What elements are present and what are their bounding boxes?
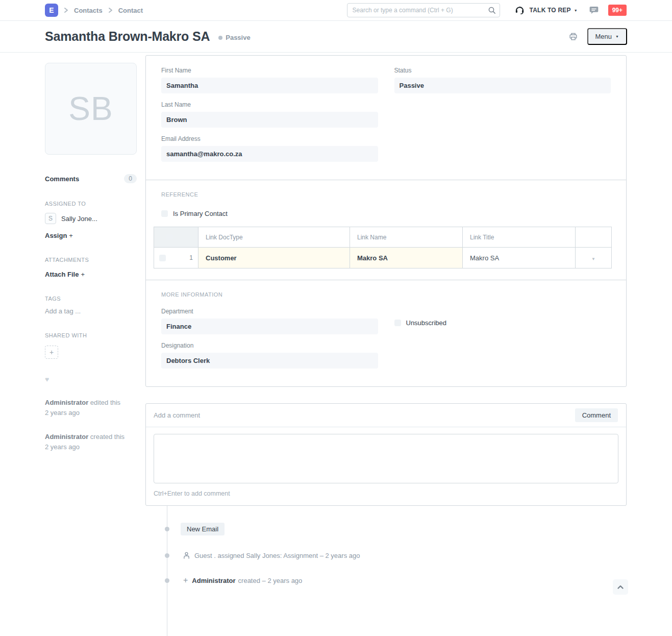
email-input[interactable]: samantha@makro.co.za	[161, 146, 378, 162]
status-dot-icon	[218, 36, 222, 40]
plus-icon: +	[183, 576, 188, 585]
assigned-user-avatar: S	[45, 213, 56, 224]
reference-section: REFERENCE Is Primary Contact Link DocTyp…	[146, 180, 626, 280]
history-user: Administrator	[45, 399, 88, 406]
unsubscribed-row[interactable]: Unsubscribed	[394, 319, 611, 327]
global-search	[347, 3, 500, 17]
links-grid: Link DocType Link Name Link Title 1 Cust	[154, 227, 612, 268]
history-action: created this	[90, 433, 125, 441]
department-label: Department	[161, 308, 378, 315]
history-action: edited this	[90, 399, 120, 406]
row-index: 1	[189, 254, 193, 261]
reference-section-label: REFERENCE	[161, 191, 611, 198]
contact-avatar[interactable]: SB	[45, 63, 137, 155]
more-information-section: MORE INFORMATION Department Finance Desi…	[146, 280, 626, 386]
caret-down-icon: ▼	[615, 35, 619, 38]
add-tag-input[interactable]: Add a tag ...	[45, 307, 137, 315]
is-primary-contact-checkbox[interactable]	[161, 210, 168, 217]
row-checkbox[interactable]	[159, 255, 166, 261]
designation-field: Designation Debtors Clerk	[161, 342, 378, 369]
assigned-event-text: Guest . assigned Sally Jones: Assignment…	[194, 552, 360, 559]
created-history-entry: Administrator created this 2 years ago	[45, 433, 137, 452]
cell-link-doctype[interactable]: Customer	[198, 248, 350, 268]
tags-section-label: TAGS	[45, 296, 137, 302]
designation-label: Designation	[161, 342, 378, 349]
notifications-badge[interactable]: 99+	[608, 5, 627, 16]
last-name-input[interactable]: Brown	[161, 112, 378, 128]
first-name-input[interactable]: Samantha	[161, 78, 378, 93]
assigned-to-section-label: ASSIGNED TO	[45, 201, 137, 207]
chevron-right-icon	[108, 7, 113, 14]
like-heart-icon[interactable]: ♥	[45, 375, 137, 383]
timeline: New Email Guest . assigned Sally Jones: …	[145, 506, 627, 636]
last-name-label: Last Name	[161, 101, 378, 108]
select-all-checkbox[interactable]	[166, 234, 173, 240]
details-section: First Name Samantha Last Name Brown Emai…	[146, 56, 626, 180]
form-card: First Name Samantha Last Name Brown Emai…	[145, 55, 627, 387]
page-actions: Menu ▼	[568, 28, 627, 45]
page-head: Samantha Brown-Makro SA Passive Menu ▼	[0, 21, 672, 53]
row-dropdown-caret-icon[interactable]: ▼	[591, 257, 595, 261]
unsubscribed-checkbox[interactable]	[394, 320, 401, 326]
first-name-field: First Name Samantha	[161, 67, 378, 93]
timeline-dot-icon	[165, 527, 169, 531]
scroll-to-top-button[interactable]	[613, 579, 628, 595]
cell-link-name[interactable]: Makro SA	[350, 248, 463, 268]
assign-button[interactable]: Assign+	[45, 232, 137, 239]
status-label: Status	[394, 67, 611, 74]
edited-history-entry: Administrator edited this 2 years ago	[45, 399, 137, 418]
search-icon[interactable]	[488, 6, 496, 16]
plus-icon: +	[81, 271, 85, 278]
grid-header-row: Link DocType Link Name Link Title	[154, 227, 612, 248]
department-field: Department Finance	[161, 308, 378, 334]
header-link-doctype: Link DocType	[198, 227, 350, 248]
avatar-initials: SB	[68, 90, 113, 128]
comment-button[interactable]: Comment	[575, 408, 618, 422]
form-main: First Name Samantha Last Name Brown Emai…	[145, 53, 627, 636]
created-event-user: Administrator	[192, 577, 235, 584]
attach-file-button[interactable]: Attach File+	[45, 271, 137, 278]
menu-button[interactable]: Menu ▼	[587, 28, 627, 45]
page-layout: SB Comments 0 ASSIGNED TO S Sally Jone..…	[0, 53, 672, 636]
share-add-button[interactable]: +	[45, 346, 58, 359]
menu-button-label: Menu	[595, 33, 612, 40]
designation-input[interactable]: Debtors Clerk	[161, 353, 378, 369]
comment-input[interactable]	[154, 434, 618, 483]
search-input[interactable]	[347, 3, 500, 17]
status-field: Status Passive	[394, 67, 611, 93]
plus-icon: +	[69, 232, 73, 239]
sidebar-comments-link[interactable]: Comments 0	[45, 174, 137, 183]
timeline-new-email: New Email	[145, 506, 627, 535]
assigned-user-name: Sally Jone...	[61, 215, 97, 223]
timeline-dot-icon	[165, 553, 169, 558]
navbar: E Contacts Contact TALK TO REP ▼	[0, 0, 672, 21]
chat-icon[interactable]	[589, 5, 599, 15]
first-name-label: First Name	[161, 67, 378, 74]
status-select[interactable]: Passive	[394, 78, 611, 93]
timeline-dot-icon	[165, 578, 169, 583]
comments-count-badge: 0	[124, 174, 137, 183]
new-email-button[interactable]: New Email	[181, 523, 225, 535]
assign-label: Assign	[45, 232, 67, 239]
unsubscribed-label: Unsubscribed	[406, 319, 447, 327]
breadcrumb-contacts[interactable]: Contacts	[74, 7, 103, 14]
chevron-right-icon	[63, 7, 69, 14]
grid-row: 1 Customer Makro SA Makro SA ▼	[154, 248, 612, 268]
cell-link-title[interactable]: Makro SA	[463, 248, 576, 268]
caret-down-icon: ▼	[574, 9, 578, 12]
assigned-user[interactable]: S Sally Jone...	[45, 213, 137, 224]
comment-hint: Ctrl+Enter to add comment	[146, 485, 626, 505]
department-input[interactable]: Finance	[161, 319, 378, 334]
is-primary-contact-row[interactable]: Is Primary Contact	[161, 210, 611, 217]
header-link-title: Link Title	[463, 227, 576, 248]
print-icon[interactable]	[568, 32, 578, 41]
attach-file-label: Attach File	[45, 271, 79, 278]
breadcrumb-contact[interactable]: Contact	[118, 7, 143, 14]
timeline-assigned-event: Guest . assigned Sally Jones: Assignment…	[145, 552, 627, 559]
talk-to-rep-menu[interactable]: TALK TO REP ▼	[514, 4, 578, 16]
timeline-created-event: + Administrator created – 2 years ago	[145, 576, 627, 585]
app-logo[interactable]: E	[45, 4, 58, 17]
created-event-text: created – 2 years ago	[238, 577, 303, 584]
history-when: 2 years ago	[45, 409, 137, 418]
email-label: Email Address	[161, 135, 378, 142]
